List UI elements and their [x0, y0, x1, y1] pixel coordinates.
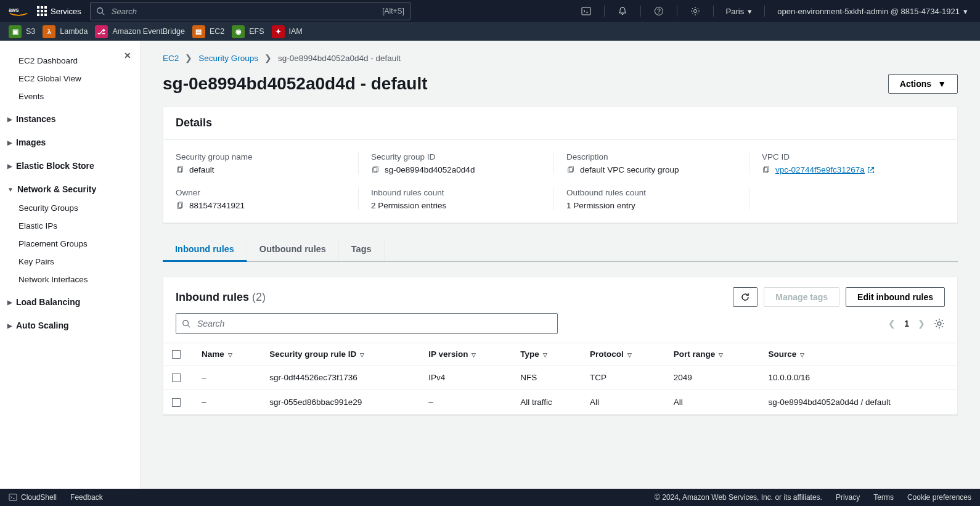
cell-proto: TCP — [581, 365, 665, 390]
favorite-item[interactable]: ▤EC2 — [192, 25, 224, 38]
sidebar-section-header[interactable]: ▶Instances — [0, 109, 140, 129]
row-checkbox[interactable] — [172, 398, 181, 407]
sidebar-item[interactable]: Security Groups — [0, 199, 140, 217]
region-selector[interactable]: Paris ▾ — [722, 7, 756, 16]
column-header[interactable]: Name▽ — [193, 343, 261, 365]
sidebar-section-header[interactable]: ▶Auto Scaling — [0, 316, 140, 335]
search-input[interactable] — [90, 2, 410, 20]
copy-icon[interactable] — [566, 166, 575, 174]
cell-rule-id: sgr-055ed86bbac991e29 — [261, 390, 420, 415]
detail-value: sg-0e8994bd4052a0d4d — [385, 165, 475, 174]
chevron-down-icon: ▾ — [963, 7, 968, 16]
service-icon: ◉ — [232, 25, 245, 38]
column-header[interactable]: Protocol▽ — [581, 343, 665, 365]
close-icon[interactable]: ✕ — [124, 51, 131, 60]
sidebar-link[interactable]: EC2 Global View — [0, 70, 140, 88]
tab[interactable]: Tags — [339, 238, 385, 261]
inbound-rules-panel: Inbound rules (2) Manage tags Edit inbou… — [163, 277, 958, 415]
copy-icon[interactable] — [176, 166, 184, 174]
details-heading: Details — [163, 107, 957, 140]
copyright: © 2024, Amazon Web Services, Inc. or its… — [655, 493, 822, 502]
detail-value: 1 Permission entry — [566, 201, 635, 210]
terms-link[interactable]: Terms — [873, 493, 894, 502]
prev-page-button[interactable]: ❮ — [888, 319, 896, 328]
table-row[interactable]: – sgr-0df44526ec73f1736 IPv4 NFS TCP 204… — [163, 365, 957, 390]
chevron-icon: ▶ — [7, 163, 12, 169]
cell-source: 10.0.0.0/16 — [759, 365, 957, 390]
refresh-button[interactable] — [733, 287, 757, 307]
sidebar-item[interactable]: Elastic IPs — [0, 217, 140, 235]
column-header[interactable]: Security group rule ID▽ — [261, 343, 420, 365]
favorite-item[interactable]: ✦IAM — [272, 25, 303, 38]
actions-button[interactable]: Actions ▼ — [888, 74, 958, 94]
sidebar-item[interactable]: Network Interfaces — [0, 271, 140, 288]
aws-logo[interactable]: aws — [9, 6, 28, 17]
copy-icon[interactable] — [762, 166, 770, 174]
favorite-item[interactable]: λLambda — [43, 25, 88, 38]
detail-label: Owner — [176, 188, 346, 197]
edit-inbound-rules-button[interactable]: Edit inbound rules — [846, 287, 945, 307]
detail-field: Owner881547341921 — [176, 188, 359, 210]
cookie-link[interactable]: Cookie preferences — [907, 493, 971, 502]
sidebar-section-header[interactable]: ▶Images — [0, 133, 140, 152]
favorite-label: EFS — [249, 27, 264, 36]
privacy-link[interactable]: Privacy — [836, 493, 860, 502]
tab[interactable]: Outbound rules — [247, 238, 339, 261]
top-nav: aws Services [Alt+S] ? Paris ▾ open-envi… — [0, 0, 980, 22]
cell-name: – — [193, 365, 261, 390]
vpc-link[interactable]: vpc-02744f5e9fc31267a — [775, 165, 875, 174]
column-header[interactable]: Type▽ — [512, 343, 581, 365]
service-icon: ✦ — [272, 25, 285, 38]
feedback-link[interactable]: Feedback — [70, 493, 103, 502]
settings-icon[interactable] — [686, 6, 704, 16]
crumb-parent[interactable]: Security Groups — [198, 54, 258, 63]
copy-icon[interactable] — [371, 166, 380, 174]
chevron-icon: ▼ — [7, 186, 14, 193]
rules-search-input[interactable] — [176, 313, 558, 334]
detail-field: Inbound rules count2 Permission entries — [371, 188, 554, 210]
copy-icon[interactable] — [176, 202, 184, 210]
notifications-icon[interactable] — [613, 6, 632, 16]
column-header[interactable]: Source▽ — [759, 343, 957, 365]
favorites-bar: ▣S3λLambda⎇Amazon EventBridge▤EC2◉EFS✦IA… — [0, 22, 980, 41]
svg-text:aws: aws — [9, 6, 19, 12]
sidebar-item[interactable]: Key Pairs — [0, 253, 140, 271]
favorite-label: EC2 — [210, 27, 224, 36]
svg-rect-20 — [9, 494, 17, 501]
sidebar-section-label: Images — [16, 137, 46, 147]
sort-icon: ▽ — [627, 352, 632, 358]
favorite-item[interactable]: ◉EFS — [232, 25, 264, 38]
cloudshell-icon[interactable]: CloudShell — [9, 493, 57, 502]
chevron-icon: ▶ — [7, 139, 12, 146]
account-menu[interactable]: open-environment-5xkhf-admin @ 8815-4734… — [774, 7, 971, 16]
sidebar-link[interactable]: EC2 Dashboard — [0, 52, 140, 70]
column-header[interactable]: IP version▽ — [420, 343, 512, 365]
service-icon: ▤ — [192, 25, 205, 38]
favorite-label: Lambda — [60, 27, 88, 36]
sidebar-section-label: Instances — [16, 114, 56, 124]
actions-label: Actions — [900, 79, 931, 89]
detail-label: Inbound rules count — [371, 188, 541, 197]
select-all-checkbox[interactable] — [172, 350, 181, 359]
next-page-button[interactable]: ❯ — [918, 319, 925, 328]
sidebar-section-header[interactable]: ▼Network & Security — [0, 179, 140, 199]
svg-text:?: ? — [657, 8, 661, 15]
crumb-root[interactable]: EC2 — [163, 54, 179, 63]
favorite-item[interactable]: ⎇Amazon EventBridge — [95, 25, 184, 38]
cell-ipv: IPv4 — [420, 365, 512, 390]
sidebar-section-header[interactable]: ▶Elastic Block Store — [0, 156, 140, 176]
table-row[interactable]: – sgr-055ed86bbac991e29 – All traffic Al… — [163, 390, 957, 415]
sidebar-link[interactable]: Events — [0, 88, 140, 105]
favorite-item[interactable]: ▣S3 — [9, 25, 35, 38]
sidebar-item[interactable]: Placement Groups — [0, 235, 140, 253]
tab[interactable]: Inbound rules — [163, 238, 247, 262]
row-checkbox[interactable] — [172, 373, 181, 382]
services-menu[interactable]: Services — [37, 6, 81, 16]
gear-icon[interactable] — [934, 318, 945, 329]
help-icon[interactable]: ? — [650, 6, 668, 16]
cloudshell-icon[interactable] — [577, 6, 595, 16]
svg-point-17 — [183, 320, 189, 326]
sidebar-section-header[interactable]: ▶Load Balancing — [0, 292, 140, 312]
svg-point-1 — [97, 8, 103, 14]
column-header[interactable]: Port range▽ — [665, 343, 760, 365]
